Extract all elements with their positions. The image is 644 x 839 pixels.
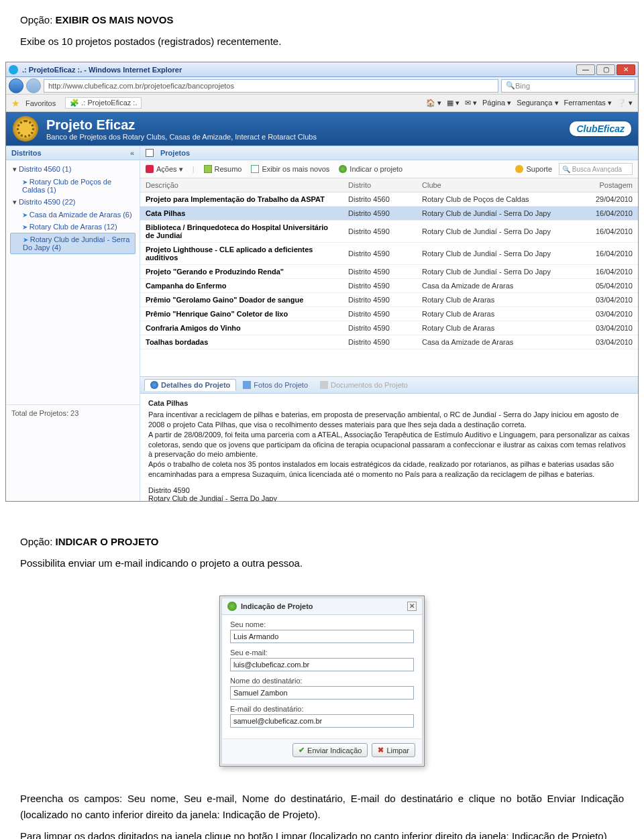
dest-email-input[interactable] — [230, 714, 414, 728]
table-row[interactable]: Projeto para Implementação do Trabalho d… — [140, 192, 638, 207]
forward-button[interactable] — [26, 78, 41, 93]
detail-tabs: Detalhes do Projeto Fotos do Projeto Doc… — [140, 376, 638, 394]
favorites-icon[interactable]: ★ — [11, 98, 20, 109]
tab-fotos[interactable]: Fotos do Projeto — [237, 379, 313, 391]
window-title: .: ProjetoEficaz :. - Windows Internet E… — [22, 66, 576, 74]
opcao-1-desc: Exibe os 10 projetos postados (registrad… — [20, 34, 624, 50]
col-clube[interactable]: Clube — [417, 178, 584, 192]
dialog-title: Indicação de Projeto — [241, 602, 313, 610]
suporte-button[interactable]: Suporte — [515, 165, 552, 173]
tool-rss-icon[interactable]: ▦ ▾ — [447, 99, 460, 107]
tree-child[interactable]: Casa da Amizade de Araras (6) — [10, 209, 136, 221]
nome-label: Seu nome: — [230, 620, 414, 628]
summary-icon — [204, 165, 212, 173]
collapse-icon[interactable]: « — [130, 149, 134, 157]
opcao-2-heading: Opção: INDICAR O PROJETO — [20, 534, 624, 550]
tree-parent[interactable]: Distrito 4590 (22) — [10, 196, 136, 209]
detail-text: Para incentivar a reciclagem de pilhas e… — [148, 410, 630, 480]
address-bar[interactable]: http://www.clubeficaz.com.br/projetoefic… — [44, 79, 498, 93]
projects-table: Descrição Distrito Clube Postagem Projet… — [140, 178, 638, 349]
tree-child[interactable]: Rotary Club de Araras (12) — [10, 221, 136, 233]
search-icon — [562, 166, 570, 173]
detail-body: Cata Pilhas Para incentivar a reciclagem… — [140, 394, 638, 501]
opcao-1-heading: Opção: EXIBIR OS MAIS NOVOS — [20, 12, 624, 28]
sidebar: Distritos« Distrito 4560 (1)Rotary Club … — [6, 146, 140, 501]
projects-tab-icon — [146, 149, 154, 157]
table-row[interactable]: Projeto "Gerando e Produzindo Renda"Dist… — [140, 265, 638, 279]
tree-parent[interactable]: Distrito 4560 (1) — [10, 163, 136, 176]
indicar-projeto-button[interactable]: Indicar o projeto — [339, 165, 402, 173]
enviar-indicacao-button[interactable]: ✔Enviar Indicação — [292, 743, 368, 757]
browser-window: .: ProjetoEficaz :. - Windows Internet E… — [5, 62, 639, 502]
tab-documentos[interactable]: Documentos do Projeto — [315, 379, 413, 391]
minimize-button[interactable]: — — [576, 64, 595, 75]
email-input[interactable] — [230, 658, 414, 671]
table-row[interactable]: Prêmio "Henrique Gaino" Coletor de lixoD… — [140, 307, 638, 321]
table-row[interactable]: Campanha do EnfermoDistrito 4590Casa da … — [140, 279, 638, 293]
close-button[interactable]: ✕ — [616, 64, 635, 75]
table-row[interactable]: Prêmio "Gerolamo Gaino" Doador de sangue… — [140, 293, 638, 307]
delete-icon — [146, 165, 154, 173]
busca-avancada-input[interactable]: Busca Avançada — [559, 163, 633, 175]
acoes-menu[interactable]: Ações ▾ — [146, 165, 183, 174]
col-postagem[interactable]: Postagem — [584, 178, 638, 192]
ie-icon — [9, 65, 18, 74]
limpar-button[interactable]: ✖Limpar — [372, 743, 415, 757]
clubeficaz-logo: ClubEficaz — [570, 121, 631, 136]
support-icon — [515, 165, 523, 173]
table-row[interactable]: Biblioteca / Brinquedoteca do Hospital U… — [140, 221, 638, 243]
dest-email-label: E-mail do destinatário: — [230, 705, 414, 713]
photo-icon — [243, 381, 251, 389]
col-desc[interactable]: Descrição — [140, 178, 343, 192]
resumo-button[interactable]: Resumo — [204, 165, 242, 173]
dialog-globe-icon — [227, 602, 237, 611]
tool-home-icon[interactable]: 🏠 ▾ — [426, 99, 441, 107]
sidebar-footer: Total de Projetos: 23 — [6, 404, 140, 421]
exibir-novos-button[interactable]: Exibir os mais novos — [251, 165, 329, 173]
instrucao-preencher: Preencha os campos: Seu nome, Seu e-mail… — [20, 791, 624, 823]
app-header: Projeto Eficaz Banco de Projetos dos Rot… — [6, 112, 638, 146]
nome-input[interactable] — [230, 630, 414, 643]
dialog-close-button[interactable]: ✕ — [407, 602, 417, 611]
clear-icon: ✖ — [378, 746, 384, 754]
tab-item[interactable]: 🧩 .: ProjetoEficaz :. — [65, 97, 142, 109]
dest-nome-input[interactable] — [230, 686, 414, 700]
table-row[interactable]: Toalhas bordadasDistrito 4590Casa da Ami… — [140, 335, 638, 349]
tree-child[interactable]: Rotary Club de Jundiaí - Serra Do Japy (… — [10, 233, 136, 254]
table-row[interactable]: Confraria Amigos do VinhoDistrito 4590Ro… — [140, 321, 638, 335]
tool-help-icon[interactable]: ❔ ▾ — [617, 99, 633, 107]
table-row[interactable]: Cata PilhasDistrito 4590Rotary Club de J… — [140, 207, 638, 221]
tree-child[interactable]: Rotary Club de Poços de Caldas (1) — [10, 176, 136, 196]
browser-search[interactable]: 🔍 Bing — [501, 79, 635, 93]
sidebar-heading: Distritos« — [6, 146, 140, 160]
detail-meta: Distrito 4590Rotary Club de Jundiaí - Se… — [148, 486, 630, 501]
check-icon — [251, 165, 259, 173]
check-icon: ✔ — [299, 746, 305, 754]
dest-nome-label: Nome do destinatário: — [230, 677, 414, 685]
tool-mail-icon[interactable]: ✉ ▾ — [465, 99, 477, 107]
instrucao-limpar: Para limpar os dados digitados na janela… — [20, 828, 624, 839]
opcao-2-desc: Possibilita enviar um e-mail indicando o… — [20, 555, 624, 571]
rotary-logo-icon — [13, 116, 38, 142]
tool-seguranca[interactable]: Segurança ▾ — [517, 99, 558, 107]
projects-tab-label: Projetos — [156, 149, 194, 157]
email-label: Seu e-mail: — [230, 649, 414, 657]
maximize-button[interactable]: ▢ — [596, 64, 615, 75]
tab-detalhes[interactable]: Detalhes do Projeto — [144, 379, 236, 391]
info-icon — [150, 381, 158, 389]
back-button[interactable] — [9, 78, 23, 93]
doc-icon — [320, 381, 328, 389]
col-distrito[interactable]: Distrito — [343, 178, 417, 192]
tool-pagina[interactable]: Página ▾ — [482, 99, 511, 107]
table-row[interactable]: Projeto Lighthouse - CLE aplicado a defi… — [140, 243, 638, 265]
tool-ferramentas[interactable]: Ferramentas ▾ — [564, 99, 612, 107]
dialog-header: Indicação de Projeto ✕ — [222, 598, 422, 615]
app-subtitle: Banco de Projetos dos Rotary Clubs, Casa… — [46, 133, 317, 141]
favorites-label[interactable]: Favoritos — [25, 99, 56, 107]
detail-title: Cata Pilhas — [148, 399, 630, 407]
content-tab: Projetos — [140, 146, 638, 160]
app-title: Projeto Eficaz — [46, 117, 317, 133]
globe-icon — [339, 165, 347, 173]
dialog-screenshot: Indicação de Projeto ✕ Seu nome: Seu e-m… — [219, 596, 425, 767]
titlebar: .: ProjetoEficaz :. - Windows Internet E… — [6, 62, 638, 77]
